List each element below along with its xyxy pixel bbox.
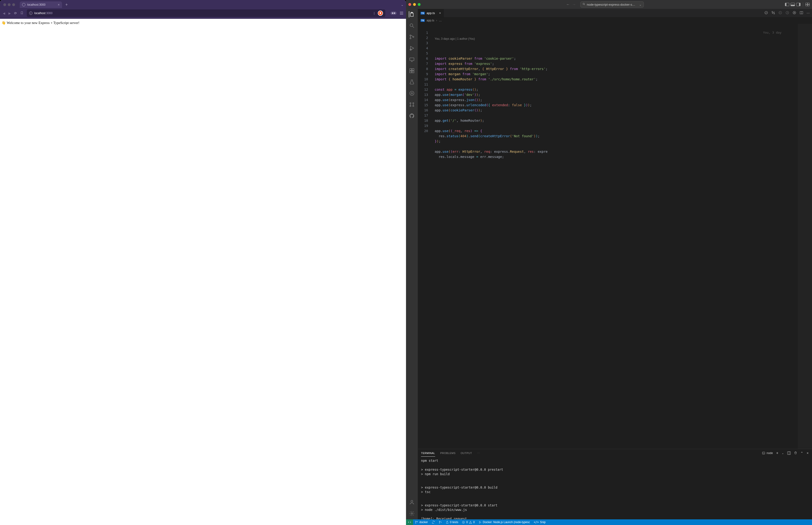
code-editor[interactable]: 1234567891011121314151617181920 You, 3 d… — [418, 24, 812, 449]
nav-prev-icon[interactable] — [778, 11, 782, 15]
svg-point-29 — [417, 522, 418, 522]
close-panel-icon[interactable]: × — [807, 451, 809, 455]
brave-shields-icon[interactable] — [378, 11, 383, 16]
new-terminal-icon[interactable]: + — [776, 451, 778, 455]
close-tab-icon[interactable]: × — [58, 3, 60, 6]
url-host: localhost — [34, 12, 45, 15]
chevron-right-icon: › — [436, 19, 437, 22]
git-blame-inline: You, 3 day — [763, 30, 781, 35]
site-info-icon[interactable]: i — [29, 12, 32, 15]
debug-target[interactable]: Docker: Node.js Launch (node-typesc — [477, 519, 532, 525]
menu-icon[interactable] — [400, 12, 403, 15]
svg-point-3 — [410, 38, 411, 39]
run-check-icon[interactable] — [764, 11, 768, 15]
sync-icon[interactable] — [430, 519, 437, 525]
status-bar: docker 0 tests 0 0 Docker: Node.js Launc… — [406, 519, 812, 525]
codelens[interactable]: You, 3 days ago | 1 author (You) — [430, 35, 798, 41]
bookmark-icon[interactable] — [20, 11, 24, 15]
customize-layout-icon[interactable] — [806, 3, 810, 6]
minimap[interactable] — [798, 24, 812, 449]
toggle-panel-icon[interactable] — [791, 3, 795, 6]
split-terminal-icon[interactable] — [787, 451, 791, 455]
welcome-text: 👋 Welcome to your new Express + TypeScri… — [1, 21, 79, 25]
panel-overflow-icon[interactable]: ⋯ — [477, 452, 480, 455]
split-editor-icon[interactable] — [799, 11, 803, 15]
git-compare-icon[interactable] — [771, 11, 775, 15]
url-separator: | — [374, 12, 374, 15]
github-icon[interactable] — [409, 113, 415, 119]
browser-tab[interactable]: localhost:3000 × — [20, 1, 62, 8]
chevron-down-icon[interactable]: ⌄ — [639, 3, 642, 6]
new-tab-button[interactable]: + — [64, 2, 69, 8]
svg-point-30 — [439, 521, 440, 522]
svg-point-4 — [413, 36, 414, 38]
toggle-sidebar-icon[interactable] — [785, 3, 789, 6]
editor-area: TS app.ts × ⋯ TS app.ts › … — [418, 9, 812, 519]
traffic-min-icon[interactable] — [8, 3, 11, 6]
typescript-badge-icon: TS — [420, 12, 425, 15]
source-control-icon[interactable] — [409, 34, 415, 40]
window-controls[interactable] — [3, 3, 15, 6]
svg-point-31 — [439, 523, 440, 523]
accounts-icon[interactable] — [409, 499, 415, 505]
svg-rect-10 — [412, 71, 414, 73]
extensions-icon[interactable] — [409, 68, 415, 74]
minimize-icon[interactable] — [413, 3, 416, 6]
nav-back-icon[interactable]: ← — [566, 2, 570, 6]
snippets-status[interactable]: </> Snip — [532, 519, 548, 525]
terminal-shell-selector[interactable]: node — [762, 451, 773, 455]
maximize-panel-icon[interactable]: ⌃ — [800, 451, 803, 455]
nav-forward-icon[interactable]: → — [572, 2, 576, 6]
problems-status[interactable]: 0 0 — [460, 519, 476, 525]
breadcrumb-file: app.ts — [427, 19, 434, 22]
git-graph-status[interactable] — [437, 519, 444, 525]
traffic-close-icon[interactable] — [3, 3, 6, 6]
git-graph-icon[interactable] — [409, 102, 415, 108]
svg-point-17 — [411, 500, 413, 502]
forward-button[interactable]: ▶ — [9, 12, 11, 15]
search-activity-icon[interactable] — [409, 22, 415, 29]
testing-icon[interactable] — [409, 79, 415, 85]
svg-point-28 — [415, 523, 416, 523]
breadcrumb[interactable]: TS app.ts › … — [418, 17, 812, 24]
tab-output[interactable]: OUTPUT — [461, 450, 472, 456]
typescript-badge-icon: TS — [420, 19, 425, 22]
run-debug-icon[interactable] — [409, 45, 415, 51]
maximize-icon[interactable] — [418, 3, 420, 6]
close-tab-icon[interactable]: × — [439, 11, 441, 15]
svg-point-1 — [410, 24, 413, 27]
editor-tab-bar: TS app.ts × ⋯ — [418, 9, 812, 17]
globe-icon — [22, 3, 25, 6]
kill-terminal-icon[interactable] — [794, 451, 797, 455]
terminal-output[interactable]: npm start > express-typescript-starter@0… — [418, 457, 812, 519]
code-content[interactable]: You, 3 days ago | 1 author (You) You, 3 … — [430, 24, 798, 449]
explorer-icon[interactable] — [409, 11, 415, 17]
svg-point-22 — [779, 11, 782, 14]
vscode-window-controls[interactable] — [408, 3, 420, 6]
more-actions-icon[interactable]: ⋯ — [807, 11, 810, 15]
run-file-icon[interactable] — [793, 11, 796, 15]
svg-point-27 — [415, 521, 416, 522]
toggle-secondary-sidebar-icon[interactable] — [796, 3, 800, 6]
tests-status[interactable]: 0 tests — [444, 519, 460, 525]
address-bar[interactable]: i localhost:3000 | — [27, 10, 385, 17]
traffic-max-icon[interactable] — [12, 3, 15, 6]
svg-point-15 — [413, 103, 414, 104]
tab-overflow-icon[interactable]: ⌄ — [401, 3, 404, 6]
nav-next-icon[interactable] — [785, 11, 789, 15]
command-center[interactable]: node-typescript-express-docker-s… ⌄ — [580, 1, 644, 7]
settings-gear-icon[interactable] — [409, 510, 415, 516]
reader-mode-icon[interactable] — [390, 12, 397, 15]
panel-tabs: TERMINAL PROBLEMS OUTPUT ⋯ node + ⌄ — [418, 449, 812, 457]
remote-indicator[interactable] — [406, 519, 413, 525]
reload-button[interactable]: ⟳ — [14, 11, 17, 15]
close-icon[interactable] — [408, 3, 411, 6]
back-button[interactable]: ◀ — [3, 12, 5, 15]
tab-terminal[interactable]: TERMINAL — [421, 450, 435, 456]
editor-tab[interactable]: TS app.ts × — [418, 9, 444, 17]
remote-explorer-icon[interactable] — [409, 56, 415, 62]
gitlens-icon[interactable] — [409, 90, 415, 96]
git-branch[interactable]: docker — [413, 519, 430, 525]
tab-problems[interactable]: PROBLEMS — [440, 450, 456, 456]
chevron-down-icon[interactable]: ⌄ — [782, 452, 784, 455]
